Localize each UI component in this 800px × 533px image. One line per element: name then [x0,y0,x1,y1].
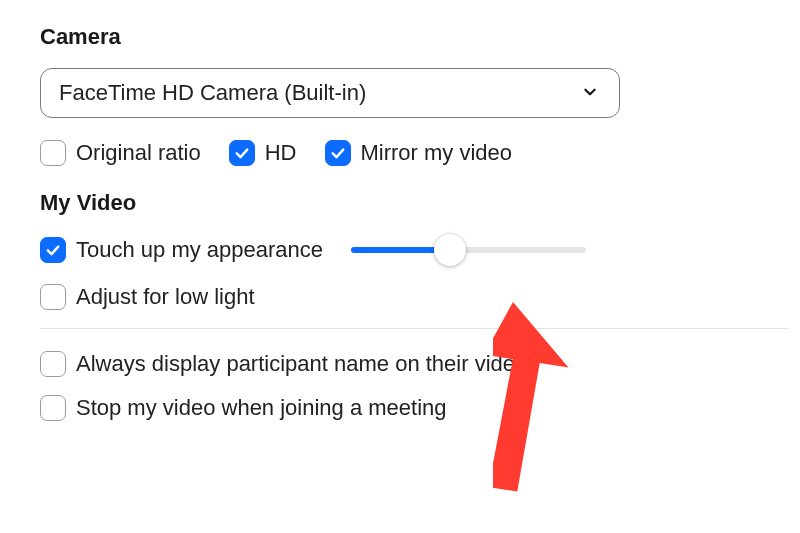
camera-device-select[interactable]: FaceTime HD Camera (Built-in) [40,68,620,118]
mirror-label: Mirror my video [361,140,513,166]
divider [40,328,788,329]
hd-label: HD [265,140,297,166]
touch-up-checkbox[interactable] [40,237,66,263]
low-light-label: Adjust for low light [76,284,255,310]
check-icon [329,144,347,162]
mirror-checkbox[interactable] [325,140,351,166]
always-name-label: Always display participant name on their… [76,351,527,377]
low-light-row: Adjust for low light [40,284,788,310]
check-icon [233,144,251,162]
always-name-checkbox[interactable] [40,351,66,377]
my-video-section-title: My Video [40,190,788,216]
camera-options-row: Original ratio HD Mirror my video [40,140,788,166]
stop-on-join-row: Stop my video when joining a meeting [40,395,788,421]
stop-on-join-label: Stop my video when joining a meeting [76,395,447,421]
touch-up-slider[interactable] [351,234,586,266]
camera-device-selected-label: FaceTime HD Camera (Built-in) [59,80,366,106]
camera-section-title: Camera [40,24,788,50]
original-ratio-label: Original ratio [76,140,201,166]
touch-up-label: Touch up my appearance [76,237,323,263]
stop-on-join-checkbox[interactable] [40,395,66,421]
low-light-checkbox[interactable] [40,284,66,310]
chevron-down-icon [583,85,597,102]
always-name-row: Always display participant name on their… [40,351,788,377]
slider-thumb[interactable] [434,234,466,266]
touch-up-row: Touch up my appearance [40,234,788,266]
hd-checkbox[interactable] [229,140,255,166]
original-ratio-checkbox[interactable] [40,140,66,166]
check-icon [44,241,62,259]
